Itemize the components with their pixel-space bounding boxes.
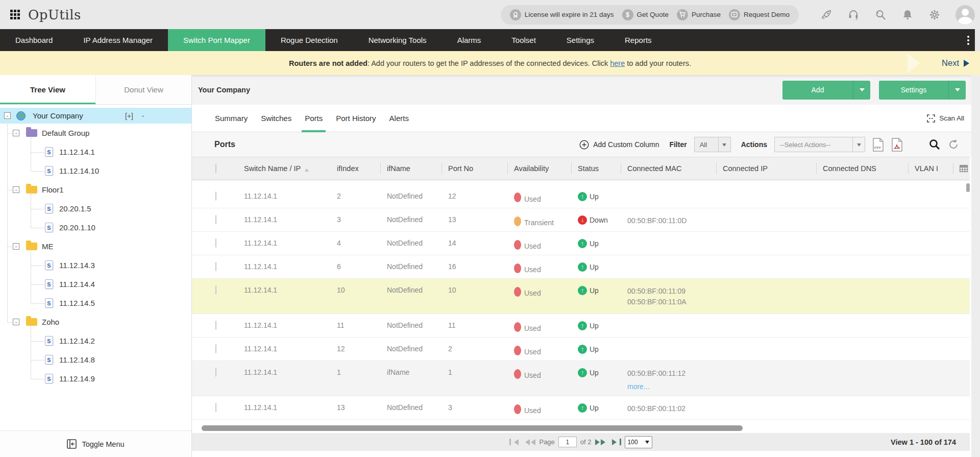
nav-item-rogue-detection[interactable]: Rogue Detection (265, 29, 353, 51)
tab-tree-view[interactable]: Tree View (0, 75, 95, 104)
collapse-all-button[interactable]: - (142, 112, 144, 120)
tab-summary[interactable]: Summary (212, 105, 251, 132)
tree-switch-11.12.14.4[interactable]: S11.12.14.4 (0, 275, 191, 294)
collapse-box-icon[interactable]: - (13, 243, 19, 250)
settings-button[interactable]: Settings (879, 81, 966, 100)
table-row[interactable]: 11.12.14.16NotDefined16Used↑Up (192, 255, 970, 279)
tree-group-zoho[interactable]: -Zoho (0, 312, 191, 331)
nav-item-reports[interactable]: Reports (609, 29, 667, 51)
actions-select[interactable]: --Select Actions-- (774, 137, 865, 152)
tree-switch-11.12.14.10[interactable]: S11.12.14.10 (0, 161, 191, 180)
collapse-box-icon[interactable]: - (4, 112, 11, 119)
more-link[interactable]: more... (627, 381, 650, 392)
settings-dropdown-caret[interactable] (948, 81, 966, 100)
nav-item-settings[interactable]: Settings (551, 29, 609, 51)
table-row[interactable]: 11.12.14.110NotDefined10Used↑Up00:50:BF:… (192, 279, 970, 314)
tab-switches[interactable]: Switches (258, 105, 295, 132)
app-grid-icon[interactable] (10, 10, 20, 19)
nav-item-networking-tools[interactable]: Networking Tools (353, 29, 442, 51)
collapse-box-icon[interactable]: - (13, 186, 19, 193)
table-row[interactable]: 11.12.14.14NotDefined14Used↑Up (192, 232, 970, 255)
tree-switch-20.20.1.5[interactable]: S20.20.1.5 (0, 199, 191, 218)
tab-alerts[interactable]: Alerts (386, 105, 412, 132)
refresh-icon[interactable] (948, 139, 959, 150)
tree-switch-11.12.14.1[interactable]: S11.12.14.1 (0, 142, 191, 161)
row-checkbox[interactable] (215, 262, 216, 271)
column-header-ifindex[interactable]: ifIndex (330, 157, 380, 180)
column-header-switch-name-ip[interactable]: Switch Name / IP (237, 157, 330, 180)
column-header-ifname[interactable]: ifName (380, 157, 442, 180)
add-routers-link[interactable]: here (610, 59, 625, 67)
column-chooser-icon[interactable] (960, 165, 968, 172)
page-size-select[interactable]: 100 (625, 436, 652, 448)
prev-page-button[interactable] (522, 439, 535, 445)
column-header-connected-dns[interactable]: Connected DNS (816, 157, 908, 180)
last-page-button[interactable] (612, 439, 621, 445)
row-checkbox[interactable] (215, 215, 216, 224)
nav-item-dashboard[interactable]: Dashboard (0, 29, 68, 51)
tab-donut-view[interactable]: Donut View (95, 75, 191, 104)
nav-item-switch-port-mapper[interactable]: Switch Port Mapper (168, 29, 265, 51)
export-csv-icon[interactable]: csv (872, 138, 884, 152)
table-search-icon[interactable] (928, 138, 941, 151)
settings-gear-icon[interactable] (928, 9, 941, 21)
table-row[interactable]: 11.12.14.11ifName1Used↑Up00:50:BF:00:11:… (192, 361, 970, 396)
row-checkbox[interactable] (215, 321, 216, 330)
tree-group-default-group[interactable]: -Default Group (0, 124, 191, 142)
add-dropdown-caret[interactable] (853, 81, 870, 100)
column-header-connected-mac[interactable]: Connected MAC (621, 157, 716, 180)
table-row[interactable]: 11.12.14.113NotDefined3Used↑Up00:50:BF:0… (192, 396, 970, 420)
horizontal-scrollbar-thumb[interactable] (202, 425, 743, 431)
purchase-button[interactable]: Purchase (677, 9, 721, 20)
table-row[interactable]: 11.12.14.112NotDefined2Used↑Up (192, 338, 970, 361)
row-checkbox[interactable] (215, 368, 216, 377)
column-header-connected-ip[interactable]: Connected IP (716, 157, 816, 180)
tree-switch-11.12.14.2[interactable]: S11.12.14.2 (0, 331, 191, 350)
page-number-input[interactable] (558, 437, 577, 447)
row-checkbox[interactable] (215, 344, 216, 353)
tree-root-your-company[interactable]: - Your Company [+] - (0, 108, 191, 124)
collapse-box-icon[interactable]: - (13, 130, 19, 136)
nav-overflow-menu-icon[interactable] (965, 33, 972, 47)
row-checkbox[interactable] (215, 403, 216, 412)
notifications-bell-icon[interactable] (901, 9, 914, 21)
search-icon[interactable] (874, 9, 887, 21)
tree-switch-11.12.14.5[interactable]: S11.12.14.5 (0, 294, 191, 312)
row-checkbox[interactable] (215, 238, 216, 248)
first-page-button[interactable] (509, 439, 519, 445)
row-checkbox[interactable] (215, 191, 216, 201)
column-header-status[interactable]: Status (571, 157, 621, 180)
select-all-checkbox[interactable] (215, 164, 216, 173)
table-row[interactable]: 11.12.14.111NotDefined11Used↑Up (192, 314, 970, 338)
table-row[interactable]: 11.12.14.13NotDefined13Transient↓Down00:… (192, 208, 970, 232)
add-custom-column-button[interactable]: Add Custom Column (579, 140, 659, 150)
rocket-icon[interactable] (820, 9, 832, 21)
vertical-scrollbar-thumb[interactable] (966, 183, 970, 192)
column-header-availability[interactable]: Availability (507, 157, 571, 180)
table-row[interactable]: 11.12.14.12NotDefined12Used↑Up (192, 185, 970, 208)
collapse-box-icon[interactable]: - (13, 319, 19, 325)
tree-switch-20.20.1.10[interactable]: S20.20.1.10 (0, 218, 191, 237)
tree-group-floor1[interactable]: -Floor1 (0, 180, 191, 199)
tab-ports[interactable]: Ports (302, 105, 326, 132)
license-expiry[interactable]: License will expire in 21 days (510, 9, 614, 20)
tree-switch-11.12.14.8[interactable]: S11.12.14.8 (0, 350, 191, 369)
tab-port-history[interactable]: Port History (333, 105, 379, 132)
expand-all-button[interactable]: [+] (125, 112, 133, 120)
user-avatar[interactable] (955, 5, 975, 25)
filter-select[interactable]: All (694, 137, 731, 152)
nav-item-toolset[interactable]: Toolset (496, 29, 551, 51)
row-checkbox[interactable] (215, 285, 216, 295)
toggle-menu-button[interactable]: Toggle Menu (0, 430, 191, 457)
export-pdf-icon[interactable] (891, 138, 903, 152)
request-demo-button[interactable]: Request Demo (729, 9, 790, 20)
next-page-button[interactable] (595, 439, 608, 445)
column-header-port-no[interactable]: Port No (442, 157, 507, 180)
scan-all-button[interactable]: Scan All (927, 105, 964, 132)
get-quote-button[interactable]: $ Get Quote (622, 9, 669, 20)
tree-switch-11.12.14.3[interactable]: S11.12.14.3 (0, 256, 191, 275)
widget-colors-icon[interactable] (910, 139, 921, 150)
next-button[interactable]: Next (942, 51, 973, 75)
tree-switch-11.12.14.9[interactable]: S11.12.14.9 (0, 369, 191, 388)
nav-item-alarms[interactable]: Alarms (442, 29, 497, 51)
